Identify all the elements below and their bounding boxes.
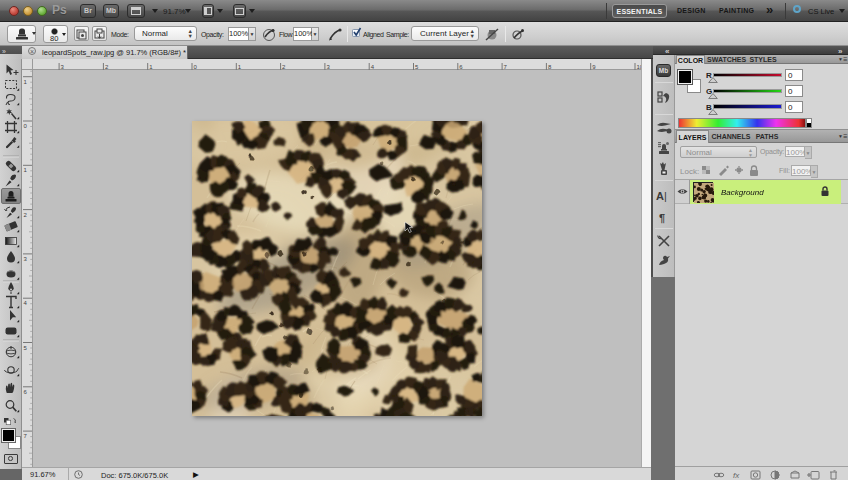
svg-text:0: 0: [24, 123, 28, 129]
svg-text:5: 5: [24, 345, 28, 351]
svg-text:4: 4: [371, 64, 375, 70]
svg-text:3: 3: [24, 256, 28, 262]
svg-text:7: 7: [504, 64, 508, 70]
svg-text:1: 1: [24, 79, 28, 85]
svg-text:5: 5: [415, 64, 419, 70]
svg-text:4: 4: [24, 300, 28, 306]
svg-text:0: 0: [194, 64, 198, 70]
svg-text:7: 7: [24, 433, 28, 439]
svg-text:2: 2: [282, 64, 286, 70]
svg-text:6: 6: [24, 389, 28, 395]
svg-text:1: 1: [149, 64, 153, 70]
svg-text:3: 3: [61, 64, 65, 70]
svg-text:fx: fx: [733, 471, 740, 480]
svg-text:1: 1: [238, 64, 242, 70]
svg-text:9: 9: [592, 64, 596, 70]
svg-text:3: 3: [326, 64, 330, 70]
svg-text:6: 6: [459, 64, 463, 70]
svg-text:8: 8: [548, 64, 552, 70]
svg-text:1: 1: [24, 167, 28, 173]
svg-text:2: 2: [24, 212, 28, 218]
svg-text:2: 2: [105, 64, 109, 70]
